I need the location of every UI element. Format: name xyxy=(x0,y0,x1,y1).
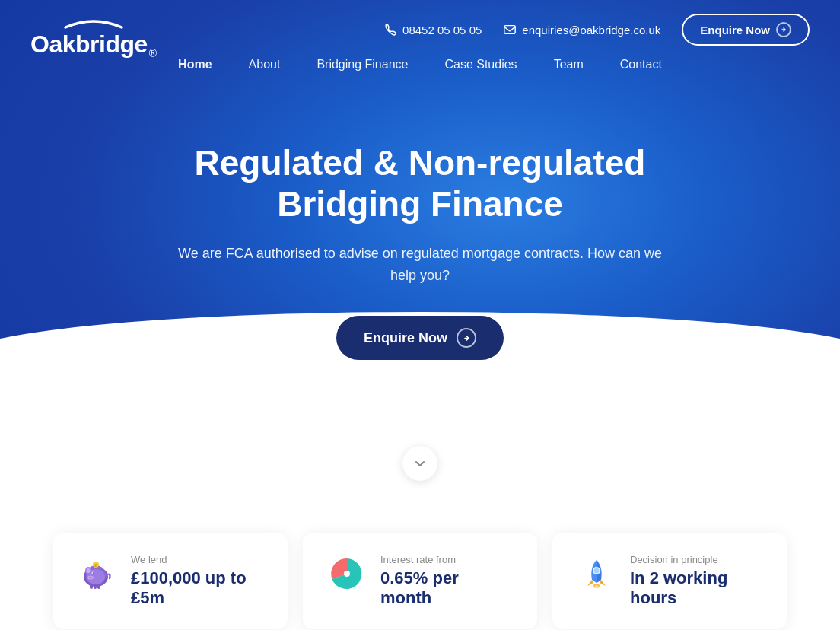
svg-text:£: £ xyxy=(94,563,97,568)
svg-point-7 xyxy=(93,572,94,574)
phone-icon xyxy=(383,23,397,37)
svg-point-5 xyxy=(87,568,91,573)
email-icon xyxy=(503,23,517,37)
rocket-icon xyxy=(577,554,616,597)
stat-interest-text: Interest rate from 0.65% per month xyxy=(380,554,513,608)
hero-subtitle: We are FCA authorised to advise on regul… xyxy=(169,243,671,287)
nav-about[interactable]: About xyxy=(249,58,281,72)
nav-case-studies[interactable]: Case Studies xyxy=(444,58,517,72)
stat-card-lending: £ We lend £100,000 up to £5m xyxy=(53,533,288,629)
enquire-arrow-icon xyxy=(776,22,791,37)
svg-point-20 xyxy=(594,568,600,574)
site-header: Oakbridge® 08452 05 05 05 enquiries@oakb… xyxy=(0,0,840,81)
svg-rect-14 xyxy=(90,584,93,589)
stat-card-interest: Interest rate from 0.65% per month xyxy=(303,533,537,629)
pie-chart-icon xyxy=(327,554,367,597)
nav-team[interactable]: Team xyxy=(554,58,584,72)
svg-point-10 xyxy=(91,577,92,578)
stat-decision-text: Decision in principle In 2 working hours xyxy=(630,554,762,608)
nav-bridging-finance[interactable]: Bridging Finance xyxy=(317,58,408,72)
phone-link[interactable]: 08452 05 05 05 xyxy=(383,23,482,37)
nav-contact[interactable]: Contact xyxy=(620,58,662,72)
hero-content: Regulated & Non-regulated Bridging Finan… xyxy=(154,142,686,360)
stats-section: £ We lend £100,000 up to £5m xyxy=(0,502,840,630)
piggy-bank-icon: £ xyxy=(78,554,117,597)
svg-point-8 xyxy=(88,576,94,580)
svg-rect-15 xyxy=(94,584,97,589)
svg-rect-0 xyxy=(504,26,515,34)
hero-title: Regulated & Non-regulated Bridging Finan… xyxy=(169,142,671,225)
enquire-now-button-header[interactable]: Enquire Now xyxy=(682,14,810,46)
nav-home[interactable]: Home xyxy=(178,58,212,72)
svg-point-22 xyxy=(595,585,599,588)
stat-card-decision: Decision in principle In 2 working hours xyxy=(552,533,787,629)
scroll-down-button[interactable] xyxy=(402,446,438,481)
logo-wordmark: Oakbridge® xyxy=(30,30,157,59)
enquire-now-button-hero[interactable]: Enquire Now xyxy=(336,316,504,360)
logo[interactable]: Oakbridge® xyxy=(30,14,157,59)
chevron-down-icon xyxy=(412,456,428,471)
svg-rect-16 xyxy=(97,584,100,589)
svg-point-18 xyxy=(344,571,350,577)
svg-point-9 xyxy=(89,577,91,578)
stat-lending-text: We lend £100,000 up to £5m xyxy=(131,554,263,608)
enquire-hero-arrow-icon xyxy=(457,328,476,348)
email-link[interactable]: enquiries@oakbridge.co.uk xyxy=(503,23,660,37)
